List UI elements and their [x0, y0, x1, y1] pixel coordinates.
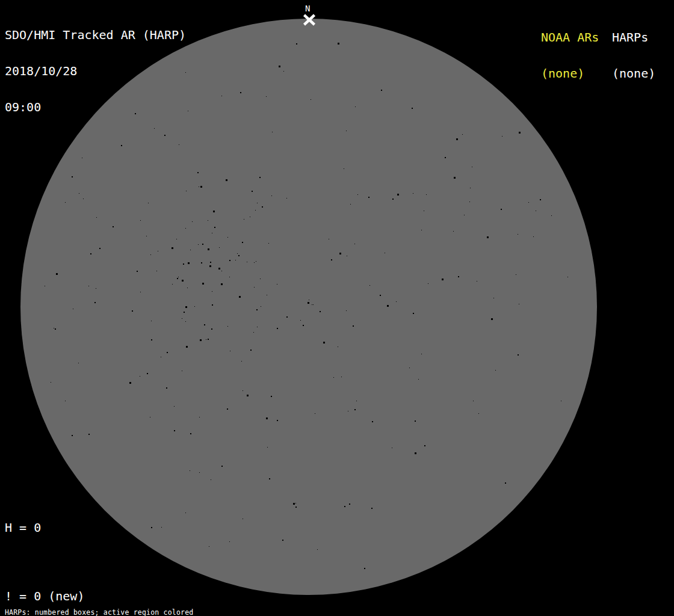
quiet-sun-speckle	[491, 319, 492, 320]
quiet-sun-speckle	[82, 158, 82, 158]
quiet-sun-speckle	[277, 284, 277, 285]
quiet-sun-speckle	[182, 318, 182, 319]
quiet-sun-speckle	[213, 211, 215, 212]
quiet-sun-speckle	[247, 262, 247, 262]
quiet-sun-speckle	[146, 236, 147, 236]
quiet-sun-speckle	[166, 387, 167, 389]
quiet-sun-speckle	[501, 209, 502, 210]
quiet-sun-speckle	[227, 326, 228, 327]
quiet-sun-speckle	[188, 111, 188, 111]
quiet-sun-speckle	[478, 413, 479, 414]
harps-value: (none)	[612, 67, 655, 79]
quiet-sun-speckle	[369, 285, 370, 286]
quiet-sun-speckle	[45, 286, 45, 286]
quiet-sun-speckle	[227, 408, 228, 410]
quiet-sun-speckle	[56, 273, 58, 275]
quiet-sun-speckle	[167, 352, 168, 353]
quiet-sun-speckle	[185, 321, 186, 322]
quiet-sun-speckle	[338, 43, 339, 45]
quiet-sun-speckle	[185, 228, 186, 229]
quiet-sun-speckle	[208, 220, 208, 221]
quiet-sun-speckle	[183, 263, 184, 265]
quiet-sun-speckle	[238, 255, 240, 256]
quiet-sun-speckle	[518, 354, 519, 356]
quiet-sun-speckle	[462, 134, 463, 135]
quiet-sun-speckle	[65, 401, 66, 401]
quiet-sun-speckle	[470, 188, 471, 188]
quiet-sun-speckle	[204, 324, 205, 325]
quiet-sun-speckle	[311, 99, 311, 100]
quiet-sun-speckle	[90, 253, 91, 254]
quiet-sun-speckle	[198, 244, 199, 245]
quiet-sun-speckle	[96, 288, 96, 289]
quiet-sun-speckle	[528, 202, 529, 203]
quiet-sun-speckle	[551, 215, 552, 216]
quiet-sun-speckle	[239, 296, 241, 298]
quiet-sun-speckle	[380, 295, 381, 296]
quiet-sun-speckle	[453, 231, 454, 232]
quiet-sun-speckle	[206, 339, 206, 340]
quiet-sun-speckle	[190, 433, 191, 434]
quiet-sun-speckle	[296, 43, 297, 45]
quiet-sun-speckle	[72, 435, 73, 436]
quiet-sun-speckle	[200, 186, 202, 188]
quiet-sun-speckle	[182, 371, 182, 371]
quiet-sun-speckle	[257, 327, 258, 327]
quiet-sun-speckle	[266, 417, 268, 419]
legend-spacer	[5, 556, 143, 568]
quiet-sun-speckle	[348, 411, 348, 411]
quiet-sun-speckle	[473, 401, 474, 401]
quiet-sun-speckle	[240, 92, 241, 93]
quiet-sun-speckle	[516, 274, 516, 275]
quiet-sun-speckle	[150, 417, 150, 417]
quiet-sun-speckle	[212, 291, 212, 292]
quiet-sun-speckle	[286, 198, 287, 199]
quiet-sun-speckle	[257, 203, 258, 203]
quiet-sun-speckle	[208, 339, 209, 340]
quiet-sun-speckle	[313, 304, 314, 305]
quiet-sun-speckle	[371, 508, 373, 509]
quiet-sun-speckle	[502, 136, 502, 137]
quiet-sun-speckle	[415, 420, 416, 422]
quiet-sun-speckle	[277, 328, 278, 329]
quiet-sun-speckle	[540, 199, 541, 200]
quiet-sun-speckle	[54, 328, 54, 328]
quiet-sun-speckle	[385, 253, 385, 253]
quiet-sun-speckle	[344, 168, 344, 169]
quiet-sun-speckle	[185, 306, 187, 308]
quiet-sun-speckle	[338, 346, 338, 347]
quiet-sun-speckle	[208, 248, 209, 250]
quiet-sun-speckle	[271, 396, 272, 397]
quiet-sun-speckle	[286, 316, 288, 318]
north-label: N	[305, 4, 310, 13]
quiet-sun-speckle	[186, 191, 187, 191]
quiet-sun-speckle	[347, 256, 347, 256]
quiet-sun-speckle	[445, 157, 446, 158]
quiet-sun-speckle	[259, 177, 261, 178]
header: SDO/HMI Tracked AR (HARP) 2018/10/28 09:…	[5, 5, 186, 137]
harps-status: HARPs (none)	[612, 7, 655, 103]
quiet-sun-speckle	[243, 390, 243, 391]
quiet-sun-speckle	[255, 210, 256, 211]
quiet-sun-speckle	[268, 243, 269, 244]
quiet-sun-speckle	[356, 401, 357, 401]
quiet-sun-speckle	[212, 233, 212, 233]
quiet-sun-speckle	[150, 254, 151, 255]
quiet-sun-speckle	[364, 568, 365, 569]
quiet-sun-speckle	[315, 413, 315, 414]
quiet-sun-speckle	[260, 279, 261, 279]
quiet-sun-speckle	[536, 211, 536, 211]
quiet-sun-speckle	[72, 176, 73, 177]
quiet-sun-speckle	[354, 409, 356, 410]
quiet-sun-speckle	[194, 306, 195, 307]
quiet-sun-speckle	[132, 310, 133, 312]
quiet-sun-speckle	[418, 379, 419, 380]
quiet-sun-speckle	[279, 66, 280, 67]
quiet-sun-speckle	[177, 278, 178, 279]
quiet-sun-speckle	[182, 280, 184, 282]
noaa-ars-value: (none)	[541, 67, 599, 79]
quiet-sun-speckle	[242, 242, 243, 243]
quiet-sun-speckle	[518, 234, 518, 235]
quiet-sun-speckle	[186, 346, 188, 348]
quiet-sun-speckle	[221, 96, 222, 96]
